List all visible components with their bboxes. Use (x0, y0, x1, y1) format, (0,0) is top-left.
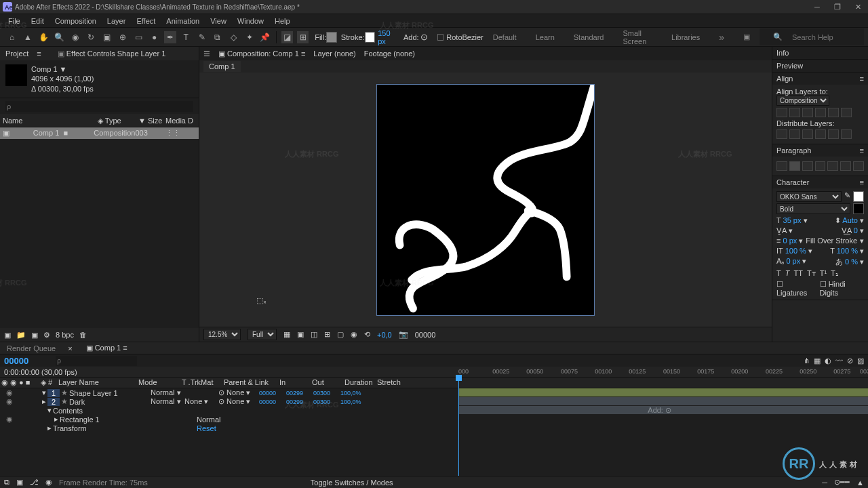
align-to-select[interactable]: Composition (776, 96, 829, 106)
timeline-search-input[interactable] (56, 356, 137, 366)
menu-window[interactable]: Window (232, 17, 269, 25)
all-caps[interactable]: TT (793, 269, 802, 278)
superscript[interactable]: T¹ (820, 269, 827, 278)
align-left[interactable] (776, 108, 787, 117)
draft3d-icon[interactable]: ▦ (814, 357, 821, 365)
faux-italic[interactable]: T (785, 269, 790, 278)
hindi-checkbox[interactable]: Hindi Digits (820, 280, 846, 297)
footage-tab[interactable]: Footage (none) (364, 49, 415, 58)
workspace-default[interactable]: Default (484, 30, 526, 44)
type-tool[interactable]: T (180, 31, 192, 43)
para-center[interactable] (789, 161, 800, 171)
col-size[interactable]: ▼ Size (138, 117, 165, 125)
motion-blur-icon[interactable]: ⊘ (847, 357, 853, 365)
menu-view[interactable]: View (205, 17, 232, 25)
new-comp-icon[interactable]: ▣ (31, 331, 38, 340)
dist-1[interactable] (776, 129, 787, 139)
roto-brush-tool[interactable]: ✦ (243, 31, 255, 43)
region-icon[interactable]: ◫ (311, 330, 317, 339)
para-j3[interactable] (840, 161, 851, 171)
toggle-icon[interactable]: ⧉ (4, 478, 9, 487)
panel-menu-icon[interactable]: ≡ (860, 75, 864, 83)
tsume[interactable]: 0 % (845, 258, 858, 266)
dist-3[interactable] (802, 129, 813, 139)
hand-tool[interactable]: ✋ (38, 31, 50, 43)
faux-bold[interactable]: T (776, 269, 781, 278)
hdr-parent[interactable]: Parent & Link (222, 378, 278, 387)
v-scale[interactable]: 100 % (785, 247, 806, 255)
para-left[interactable] (776, 161, 787, 171)
guides-icon[interactable]: ▢ (337, 330, 344, 339)
layer-tab[interactable]: Layer (none) (313, 49, 355, 58)
effect-controls-tab[interactable]: ▣ Effect Controls Shape Layer 1 (52, 49, 172, 58)
search-input[interactable] (792, 33, 860, 41)
para-right[interactable] (802, 161, 813, 171)
menu-help[interactable]: Help (269, 17, 296, 25)
stroke-w[interactable]: 0 px (783, 237, 797, 245)
col-media[interactable]: Media D (165, 117, 193, 125)
time-ruler[interactable]: 000 00025 00050 00075 00100 00125 00150 … (458, 367, 868, 377)
playhead[interactable] (458, 377, 459, 488)
small-caps[interactable]: Tᴛ (807, 269, 816, 278)
align-right[interactable] (802, 108, 813, 117)
brush-tool[interactable]: ✎ (196, 31, 208, 43)
subscript[interactable]: T₁ (831, 269, 838, 278)
para-j2[interactable] (827, 161, 838, 171)
project-tab[interactable]: Project (0, 49, 34, 58)
baseline-shift[interactable]: 0 px (786, 257, 800, 265)
h-scale[interactable]: 100 % (837, 247, 858, 255)
hdr-trkmat[interactable]: T .TrkMat (180, 378, 222, 387)
ellipse-tool[interactable]: ● (149, 31, 160, 43)
shy-icon[interactable]: ◐ (825, 357, 831, 365)
paragraph-panel-title[interactable]: Paragraph (776, 146, 811, 155)
rotate-tool[interactable]: ↻ (85, 31, 97, 43)
hdr-layer[interactable]: Layer Name (57, 378, 137, 387)
composition-tab[interactable]: ▣ Composition: Comp 1 ≡ (218, 49, 305, 58)
visibility-toggle[interactable]: ◉ (3, 388, 16, 397)
interpret-footage-icon[interactable]: ▣ (4, 331, 11, 340)
stroke-width[interactable]: 150 px (378, 29, 399, 45)
close-button[interactable]: ✕ (848, 0, 868, 14)
hdr-duration[interactable]: Duration (343, 378, 376, 387)
more-workspaces[interactable]: » (709, 29, 734, 45)
panel-menu-icon[interactable]: ≡ (860, 146, 864, 155)
render-queue-tab[interactable]: Render Queue (0, 344, 62, 352)
flowchart-icon[interactable]: ☰ (203, 49, 210, 58)
dist-5[interactable] (828, 129, 839, 139)
rect-mode[interactable]: Normal (197, 415, 220, 424)
project-menu-icon[interactable]: ≡ (37, 49, 41, 58)
reset-exposure-icon[interactable]: ⟲ (364, 330, 370, 339)
char-fill-swatch[interactable] (853, 191, 864, 202)
visibility-toggle[interactable]: ◉ (3, 415, 16, 424)
toggle-icon[interactable]: ◉ (45, 478, 52, 487)
toggle-icon[interactable]: ⎇ (30, 478, 39, 487)
hdr-mode[interactable]: Mode (137, 378, 180, 387)
composition-canvas[interactable] (377, 85, 594, 315)
stroke-swatch[interactable] (365, 32, 375, 43)
layer-bar[interactable] (458, 397, 868, 406)
selection-tool[interactable]: ▲ (22, 31, 33, 43)
char-stroke-swatch[interactable] (853, 203, 864, 214)
timeline-comp-tab[interactable]: ▣ Comp 1 ≡ (79, 344, 134, 352)
tracking[interactable]: 0 (854, 226, 858, 235)
align-h-center[interactable] (789, 108, 800, 117)
eyedropper-icon[interactable]: ✎ (844, 191, 850, 202)
layer-name[interactable]: Dark (69, 398, 151, 406)
dist-6[interactable] (841, 129, 852, 139)
camera-tool[interactable]: ▣ (101, 31, 113, 43)
fill-over-stroke[interactable]: Fill Over Stroke (806, 237, 857, 245)
roto-checkbox[interactable] (437, 34, 444, 41)
character-panel-title[interactable]: Character (776, 178, 809, 186)
visibility-toggle[interactable]: ◉ (3, 397, 16, 406)
eraser-tool[interactable]: ◇ (228, 31, 239, 43)
align-v-center[interactable] (828, 108, 839, 117)
menu-file[interactable]: File (3, 17, 26, 25)
project-settings-icon[interactable]: ⚙ (43, 331, 50, 340)
panel-menu-icon[interactable]: ≡ (860, 178, 864, 186)
frame-blend-icon[interactable]: 〰 (835, 357, 843, 365)
para-j1[interactable] (815, 161, 826, 171)
snapshot-icon[interactable]: 📷 (399, 330, 408, 339)
col-name[interactable]: Name (3, 117, 98, 125)
menu-composition[interactable]: Composition (50, 17, 102, 25)
align-top[interactable] (815, 108, 826, 117)
